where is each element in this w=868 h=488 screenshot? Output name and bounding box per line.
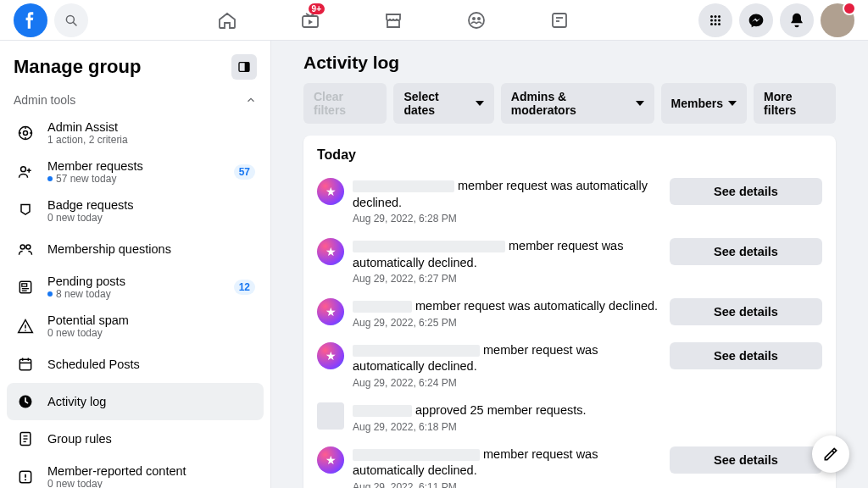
redacted-name: [353, 301, 412, 313]
search-icon: [64, 13, 79, 28]
notifications-button[interactable]: [780, 3, 814, 37]
calendar-icon: [17, 356, 34, 373]
nav-home[interactable]: [189, 0, 265, 41]
filter-members[interactable]: Members: [661, 83, 747, 124]
activity-log-row: member request was automatically decline…: [317, 171, 822, 231]
svg-point-17: [718, 23, 721, 25]
sidebar-item-label: Member requests: [47, 159, 143, 173]
warning-icon: [17, 318, 34, 335]
activity-log-row: member request was automatically decline…: [317, 336, 822, 396]
menu-button[interactable]: [698, 3, 732, 37]
svg-rect-19: [245, 63, 249, 72]
svg-point-21: [24, 131, 28, 136]
nav-watch[interactable]: 9+: [272, 0, 348, 41]
see-details-button[interactable]: See details: [670, 446, 822, 474]
new-indicator-dot: [47, 291, 53, 297]
activity-log-text: approved 25 member requests.: [353, 402, 822, 419]
sidebar-item-activity-log[interactable]: Activity log: [7, 383, 264, 420]
sidebar-item-label: Potential spam: [47, 313, 129, 327]
svg-point-22: [21, 167, 26, 172]
svg-point-10: [715, 15, 717, 18]
sidebar-section-label: Admin tools: [14, 93, 75, 107]
badge-icon: [17, 202, 34, 219]
filter-more[interactable]: More filters: [754, 83, 836, 124]
top-navbar: 9+: [0, 0, 868, 41]
activity-log-row: approved 25 member requests.Aug 29, 2022…: [317, 396, 822, 440]
admin-assist-avatar-icon: [317, 298, 344, 325]
sidebar-item-admin-assist[interactable]: Admin Assist1 action, 2 criteria: [7, 114, 264, 152]
user-avatar: [317, 402, 344, 430]
compose-fab[interactable]: [812, 435, 849, 473]
clock-icon: [17, 393, 34, 410]
filter-bar: Clear filters Select dates Admins & mode…: [303, 83, 836, 124]
caret-down-icon: [476, 101, 484, 106]
sidebar-item-label: Admin Assist: [47, 120, 128, 134]
sidebar-item-potential-spam[interactable]: Potential spam0 new today: [7, 307, 264, 346]
filter-admins-moderators[interactable]: Admins & moderators: [501, 83, 654, 124]
sidebar-item-group-rules[interactable]: Group rules: [7, 420, 264, 458]
search-button[interactable]: [54, 3, 88, 37]
sidebar-section-admin-tools[interactable]: Admin tools: [7, 86, 264, 114]
see-details-button[interactable]: See details: [670, 178, 822, 205]
main-content: Activity log Clear filters Select dates …: [271, 41, 868, 488]
filter-select-dates[interactable]: Select dates: [393, 83, 493, 124]
filter-label: Members: [671, 97, 723, 110]
activity-log-timestamp: Aug 29, 2022, 6:25 PM: [353, 317, 661, 329]
chevron-up-icon: [245, 94, 257, 106]
facebook-logo[interactable]: [14, 3, 47, 37]
sidebar-item-subtitle: 0 new today: [47, 478, 186, 488]
messenger-button[interactable]: [739, 3, 773, 37]
admin-assist-avatar-icon: [317, 238, 344, 265]
sidebar-collapse-button[interactable]: [231, 54, 257, 80]
activity-log-row: member request was automatically decline…: [317, 231, 822, 291]
svg-point-42: [25, 479, 26, 480]
activity-log-text: member request was automatically decline…: [353, 298, 661, 315]
sidebar-item-member-reported[interactable]: Member-reported content0 new today: [7, 458, 264, 488]
rules-icon: [17, 430, 34, 447]
activity-log-body: member request was automatically decline…: [353, 342, 661, 389]
account-avatar[interactable]: [821, 3, 854, 37]
activity-log-timestamp: Aug 29, 2022, 6:18 PM: [353, 421, 822, 433]
see-details-button[interactable]: See details: [670, 298, 822, 325]
sidebar: Manage group Admin tools Admin Assist1 a…: [0, 41, 271, 488]
activity-log-text: member request was automatically decline…: [353, 178, 661, 211]
sidebar-item-subtitle: 0 new today: [47, 212, 134, 224]
svg-line-1: [73, 22, 76, 25]
questions-icon: [17, 241, 34, 258]
watch-badge: 9+: [309, 3, 325, 14]
svg-point-16: [715, 23, 717, 25]
sidebar-item-scheduled-posts[interactable]: Scheduled Posts: [7, 346, 264, 383]
redacted-name: [353, 405, 412, 417]
nav-marketplace[interactable]: [355, 0, 431, 41]
activity-log-row: member request was automatically decline…: [317, 291, 822, 336]
sidebar-item-badge: 12: [234, 280, 255, 295]
panel-icon: [237, 60, 251, 74]
news-icon: [549, 10, 570, 30]
sidebar-item-member-requests[interactable]: Member requests57 new today 57: [7, 152, 264, 191]
bell-icon: [788, 12, 805, 29]
sidebar-item-pending-posts[interactable]: Pending posts8 new today 12: [7, 268, 264, 307]
pending-posts-icon: [17, 279, 34, 296]
see-details-button[interactable]: See details: [670, 238, 822, 265]
sidebar-item-membership-questions[interactable]: Membership questions: [7, 230, 264, 268]
member-requests-icon: [17, 164, 34, 180]
svg-point-30: [25, 330, 26, 331]
sidebar-item-subtitle: 57 new today: [56, 173, 116, 185]
svg-rect-6: [553, 14, 566, 27]
svg-point-9: [710, 15, 713, 18]
see-details-button[interactable]: See details: [670, 342, 822, 369]
admin-assist-avatar-icon: [317, 178, 344, 205]
sidebar-item-badge-requests[interactable]: Badge requests0 new today: [7, 191, 264, 230]
svg-point-14: [718, 19, 721, 21]
activity-log-text: member request was automatically decline…: [353, 446, 661, 480]
marketplace-icon: [383, 10, 403, 30]
svg-point-12: [710, 19, 713, 21]
filter-label: Select dates: [403, 90, 470, 117]
sidebar-item-label: Badge requests: [47, 198, 134, 212]
activity-log-timestamp: Aug 29, 2022, 6:27 PM: [353, 273, 661, 285]
filter-label: Admins & moderators: [511, 90, 631, 117]
sidebar-item-label: Pending posts: [47, 274, 125, 288]
sidebar-item-badge: 57: [234, 164, 255, 180]
nav-news[interactable]: [521, 0, 598, 41]
nav-groups[interactable]: [438, 0, 515, 41]
